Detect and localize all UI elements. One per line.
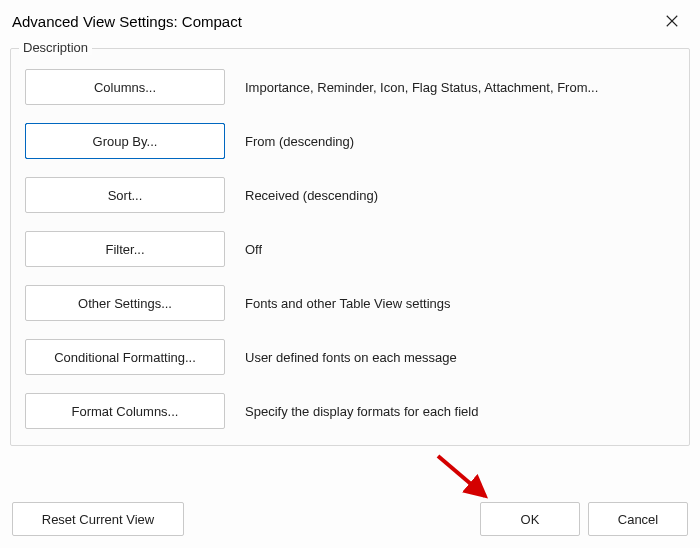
sort-desc: Received (descending) [245, 188, 378, 203]
footer-right: OK Cancel [480, 502, 688, 536]
group-by-button[interactable]: Group By... [25, 123, 225, 159]
columns-button[interactable]: Columns... [25, 69, 225, 105]
svg-line-2 [438, 456, 485, 496]
filter-button[interactable]: Filter... [25, 231, 225, 267]
format-columns-desc: Specify the display formats for each fie… [245, 404, 478, 419]
close-button[interactable] [658, 7, 686, 35]
sort-button[interactable]: Sort... [25, 177, 225, 213]
row-format-columns: Format Columns... Specify the display fo… [25, 393, 675, 429]
row-sort: Sort... Received (descending) [25, 177, 675, 213]
columns-desc: Importance, Reminder, Icon, Flag Status,… [245, 80, 598, 95]
row-columns: Columns... Importance, Reminder, Icon, F… [25, 69, 675, 105]
footer-left: Reset Current View [12, 502, 184, 536]
reset-current-view-button[interactable]: Reset Current View [12, 502, 184, 536]
description-fieldset: Description Columns... Importance, Remin… [10, 48, 690, 446]
conditional-formatting-desc: User defined fonts on each message [245, 350, 457, 365]
annotation-arrow-icon [430, 448, 500, 508]
row-group-by: Group By... From (descending) [25, 123, 675, 159]
format-columns-button[interactable]: Format Columns... [25, 393, 225, 429]
other-settings-desc: Fonts and other Table View settings [245, 296, 450, 311]
filter-desc: Off [245, 242, 262, 257]
fieldset-legend: Description [19, 40, 92, 55]
row-other-settings: Other Settings... Fonts and other Table … [25, 285, 675, 321]
conditional-formatting-button[interactable]: Conditional Formatting... [25, 339, 225, 375]
other-settings-button[interactable]: Other Settings... [25, 285, 225, 321]
cancel-button[interactable]: Cancel [588, 502, 688, 536]
row-conditional-formatting: Conditional Formatting... User defined f… [25, 339, 675, 375]
group-by-desc: From (descending) [245, 134, 354, 149]
dialog-title: Advanced View Settings: Compact [12, 13, 242, 30]
row-filter: Filter... Off [25, 231, 675, 267]
dialog-footer: Reset Current View OK Cancel [0, 502, 700, 536]
close-icon [665, 14, 679, 28]
ok-button[interactable]: OK [480, 502, 580, 536]
titlebar: Advanced View Settings: Compact [0, 0, 700, 42]
